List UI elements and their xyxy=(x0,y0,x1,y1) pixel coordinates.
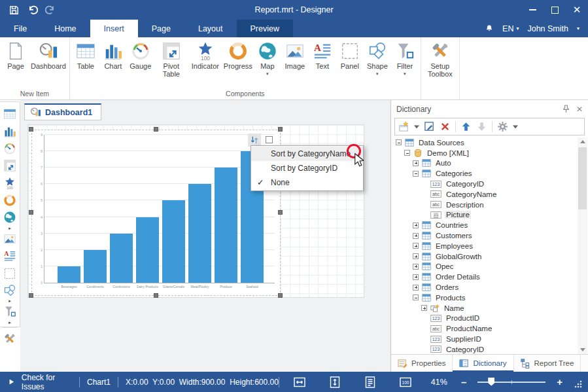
ribbon-item-page[interactable]: Page xyxy=(2,38,29,70)
collapse-icon[interactable] xyxy=(404,150,410,156)
fit-height-button[interactable] xyxy=(328,376,341,389)
collapse-icon[interactable] xyxy=(413,294,419,300)
tree-item-opec[interactable]: Opec xyxy=(393,262,576,272)
tab-insert[interactable]: Insert xyxy=(90,20,138,37)
resize-grip-icon[interactable] xyxy=(574,380,583,389)
selection-handle[interactable] xyxy=(154,293,158,298)
side-tool-pivot-table-icon[interactable] xyxy=(3,159,16,172)
redo-icon[interactable] xyxy=(45,5,56,16)
settings-icon[interactable] xyxy=(497,121,508,132)
tree-item-categoryid[interactable]: 123CategoryID xyxy=(393,344,576,354)
side-tool-image-icon[interactable] xyxy=(3,232,16,245)
notifications-icon[interactable] xyxy=(485,24,494,33)
tree-item-demo-xml[interactable]: Demo [XML] xyxy=(393,148,576,158)
expand-icon[interactable] xyxy=(421,305,427,311)
tab-home[interactable]: Home xyxy=(41,20,90,37)
expand-icon[interactable] xyxy=(413,264,419,270)
tree-item-categoryid[interactable]: 123CategoryID xyxy=(393,179,576,189)
ribbon-item-pivot-table[interactable]: Pivot Table xyxy=(154,38,188,78)
save-icon[interactable] xyxy=(9,5,20,16)
panel-tab-properties[interactable]: Properties xyxy=(391,355,453,372)
ribbon-item-chart[interactable]: Chart xyxy=(99,38,127,70)
tree-item-productid[interactable]: 123ProductID xyxy=(393,313,576,324)
user-name[interactable]: John Smith xyxy=(527,24,568,33)
tree-item-productname[interactable]: abcProductName xyxy=(393,323,576,334)
selection-handle[interactable] xyxy=(29,127,33,132)
caret-down-icon[interactable] xyxy=(513,125,518,129)
tree-item-picture[interactable]: 101010Picture xyxy=(393,210,576,221)
zoom-slider-thumb[interactable] xyxy=(488,378,494,386)
ribbon-item-shape[interactable]: Shape▾ xyxy=(364,38,391,76)
selection-handle[interactable] xyxy=(29,293,33,298)
selection-handle[interactable] xyxy=(278,210,283,215)
collapse-icon[interactable] xyxy=(413,171,419,177)
caret-down-icon[interactable] xyxy=(414,125,419,129)
delete-icon[interactable] xyxy=(440,121,451,132)
selection-handle[interactable] xyxy=(278,127,283,132)
language-selector[interactable]: EN ▾ xyxy=(502,24,519,33)
expand-icon[interactable] xyxy=(413,223,419,228)
expand-icon[interactable] xyxy=(413,285,419,291)
zoom-out-button[interactable]: – xyxy=(461,377,466,387)
side-tool-gauge-icon[interactable] xyxy=(3,142,16,155)
user-menu-caret[interactable]: ▾ xyxy=(577,26,579,31)
expand-icon[interactable] xyxy=(413,233,419,239)
move-up-icon[interactable] xyxy=(460,121,472,132)
chart-component[interactable]: 0123456789BeveragesCondimentsConfections… xyxy=(32,130,280,295)
side-tool-expand-arrow[interactable]: ▸ xyxy=(9,321,11,325)
side-tool-toolbox-icon[interactable] xyxy=(3,332,16,346)
menu-item-none[interactable]: ✓None xyxy=(251,175,363,190)
ribbon-item-image[interactable]: Image xyxy=(281,38,309,70)
expand-icon[interactable] xyxy=(413,253,419,259)
tree-item-categoryname[interactable]: abcCategoryName xyxy=(393,189,576,200)
side-tool-table-icon[interactable] xyxy=(3,107,16,120)
menu-item-sort-by-categoryid[interactable]: Sort by CategoryID xyxy=(251,161,363,175)
tree-item-supplierid[interactable]: 123SupplierID xyxy=(393,334,576,344)
ribbon-item-table[interactable]: Table xyxy=(72,38,99,70)
panel-close-icon[interactable]: ✕ xyxy=(576,105,583,114)
tab-layout[interactable]: Layout xyxy=(184,20,237,37)
expand-icon[interactable] xyxy=(413,160,419,166)
tree-item-categories[interactable]: Categories xyxy=(393,168,576,179)
ribbon-item-map[interactable]: Map▾ xyxy=(254,38,281,76)
edit-icon[interactable] xyxy=(424,121,435,132)
new-item-icon[interactable] xyxy=(398,121,409,132)
tree-item-countries[interactable]: Countries xyxy=(393,220,576,230)
expand-icon[interactable] xyxy=(413,243,419,249)
tree-item-orders[interactable]: Orders xyxy=(393,282,576,293)
ribbon-item-progress[interactable]: Progress xyxy=(222,38,254,70)
zoom-slider[interactable] xyxy=(477,382,545,383)
zoom-100-button[interactable]: 100 xyxy=(399,376,412,389)
fit-page-button[interactable] xyxy=(364,376,377,389)
side-tool-filter-icon[interactable] xyxy=(3,305,16,318)
side-tool-chart-icon[interactable] xyxy=(3,125,16,138)
tree-scrollbar[interactable] xyxy=(578,137,587,354)
ribbon-item-filter[interactable]: Filter▾ xyxy=(391,38,419,76)
side-tool-progress-icon[interactable] xyxy=(3,194,16,207)
check-issues-button[interactable]: Check for Issues xyxy=(22,373,72,391)
side-tool-shape-icon[interactable] xyxy=(3,284,16,297)
pin-icon[interactable] xyxy=(562,105,570,113)
scroll-up-icon[interactable] xyxy=(578,137,587,146)
ribbon-item-panel[interactable]: Panel xyxy=(336,38,364,70)
fit-width-button[interactable] xyxy=(293,376,306,389)
selection-handle[interactable] xyxy=(278,293,283,298)
tree-item-auto[interactable]: Auto xyxy=(393,158,576,169)
tree-item-products[interactable]: Products xyxy=(393,293,576,303)
side-tool-map-icon[interactable] xyxy=(3,211,16,224)
tab-preview[interactable]: Preview xyxy=(237,20,293,37)
tree-item-customers[interactable]: Customers xyxy=(393,230,576,241)
tab-dashboard1[interactable]: Dashboard1 xyxy=(24,103,101,120)
undo-icon[interactable] xyxy=(27,5,38,16)
maximize-button[interactable] xyxy=(544,0,566,20)
chart-sort-button[interactable] xyxy=(248,134,261,147)
selection-handle[interactable] xyxy=(29,210,33,215)
side-tool-indicator-icon[interactable]: 100 xyxy=(3,177,16,190)
ribbon-item-dashboard[interactable]: Dashboard xyxy=(29,38,67,70)
side-tool-text-icon[interactable]: A xyxy=(3,249,16,262)
tree-item-description[interactable]: abcDescription xyxy=(393,200,576,210)
zoom-in-button[interactable]: + xyxy=(557,377,562,387)
side-tool-expand-arrow[interactable]: ▸ xyxy=(9,226,11,230)
tree-item-order-details[interactable]: Order Details xyxy=(393,272,576,282)
minimize-button[interactable] xyxy=(521,0,544,20)
